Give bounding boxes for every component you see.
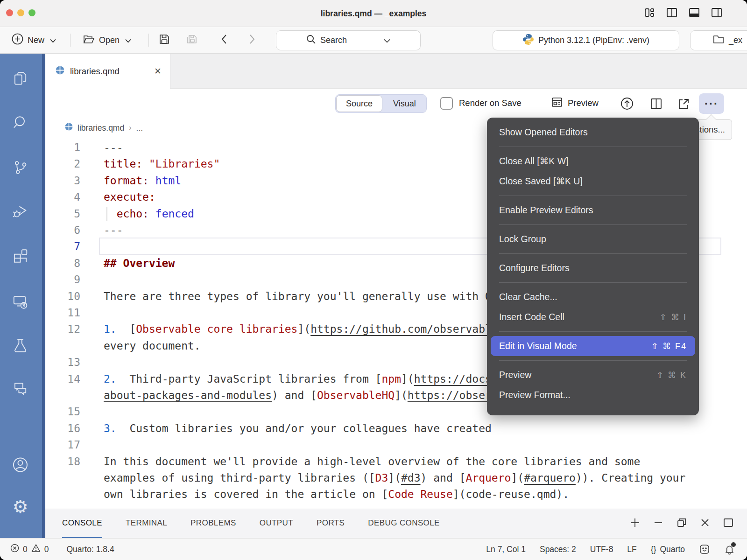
braces-icon: {} (651, 545, 656, 554)
workspace-folder-button[interactable]: _ex (690, 30, 747, 50)
new-button[interactable]: New (11, 27, 56, 53)
panel-layout-icon[interactable] (723, 517, 734, 530)
menu-separator (499, 147, 687, 147)
feedback-smiley-icon[interactable] (699, 544, 710, 555)
toggle-secondary-sidebar-icon[interactable] (711, 7, 723, 19)
quarto-version-status[interactable]: Quarto: 1.8.4 (66, 545, 114, 554)
folder-icon (712, 34, 725, 47)
extensions-icon[interactable] (12, 248, 29, 266)
remote-explorer-icon[interactable] (12, 294, 29, 312)
new-label: New (28, 35, 44, 45)
interpreter-selector[interactable]: Python 3.12.1 (PipEnv: .venv) (493, 30, 679, 50)
restore-panel-icon[interactable] (676, 517, 687, 530)
line-number: 18 (45, 453, 80, 470)
new-console-plus-icon[interactable] (629, 517, 641, 530)
panel-tab-terminal[interactable]: TERMINAL (126, 509, 167, 539)
toggle-panel-icon[interactable] (688, 7, 700, 19)
line-number: 17 (45, 436, 80, 453)
settings-gear-icon[interactable]: ⚙ (13, 498, 28, 516)
source-mode-button[interactable]: Source (336, 95, 382, 112)
close-tab-icon[interactable]: ✕ (154, 66, 162, 77)
render-document-button[interactable] (618, 94, 636, 113)
menu-separator (499, 196, 687, 196)
line-number: 11 (45, 304, 80, 321)
accounts-icon[interactable] (11, 456, 29, 476)
menu-item-preview[interactable]: Preview⇧ ⌘ K (487, 365, 699, 385)
navigate-forward-button[interactable] (248, 27, 256, 53)
comments-icon[interactable] (12, 380, 29, 399)
close-panel-icon[interactable] (699, 517, 711, 530)
code-line-text: In this document we'll provide a high-le… (104, 453, 640, 470)
menu-item-label: Close All [⌘K W] (499, 156, 568, 167)
indentation-status[interactable]: Spaces: 2 (540, 545, 576, 554)
source-control-icon[interactable] (12, 159, 29, 178)
menu-item-enable-preview-editors[interactable]: Enable Preview Editors (487, 200, 699, 220)
line-number: 16 (45, 420, 80, 437)
problems-status[interactable]: 0 0 (10, 544, 49, 555)
menu-item-close-saved-k-u[interactable]: Close Saved [⌘K U] (487, 171, 699, 191)
navigate-back-button[interactable] (220, 27, 228, 53)
code-line: 17 (45, 436, 747, 453)
open-in-new-window-button[interactable] (674, 94, 693, 113)
title-bar: libraries.qmd — _examples (0, 0, 747, 27)
error-circle-icon (10, 544, 19, 555)
notifications-bell-icon[interactable] (724, 544, 735, 555)
minimize-panel-icon[interactable] (653, 517, 664, 530)
panel-actions (629, 509, 734, 538)
search-icon[interactable] (12, 114, 29, 133)
panel-tab-ports[interactable]: PORTS (317, 509, 345, 539)
run-debug-icon[interactable] (12, 203, 29, 222)
line-number: 14 (45, 371, 80, 387)
save-button[interactable] (158, 27, 171, 53)
interpreter-label: Python 3.12.1 (PipEnv: .venv) (538, 35, 649, 45)
search-box[interactable]: Search (276, 30, 421, 50)
menu-separator (499, 224, 687, 225)
save-all-button[interactable] (185, 27, 199, 53)
panel-tab-debug-console[interactable]: DEBUG CONSOLE (368, 509, 440, 539)
panel-tab-console[interactable]: CONSOLE (62, 509, 102, 539)
testing-icon[interactable] (12, 337, 29, 356)
panel-tab-problems[interactable]: PROBLEMS (190, 509, 236, 539)
encoding-status[interactable]: UTF-8 (590, 545, 613, 554)
panel-tab-output[interactable]: OUTPUT (260, 509, 293, 539)
tab-strip: libraries.qmd ✕ (45, 54, 747, 89)
menu-item-edit-in-visual-mode[interactable]: Edit in Visual Mode⇧ ⌘ F4 (491, 336, 695, 356)
language-mode-status[interactable]: {} Quarto (651, 545, 685, 554)
split-editor-layout-icon[interactable] (666, 7, 678, 19)
render-on-save-checkbox[interactable] (440, 97, 453, 110)
menu-item-configure-editors[interactable]: Configure Editors (487, 258, 699, 278)
cursor-position-status[interactable]: Ln 7, Col 1 (486, 545, 526, 554)
customize-layout-icon[interactable] (643, 7, 655, 19)
menu-item-clear-cache[interactable]: Clear Cache... (487, 287, 699, 307)
breadcrumb-file[interactable]: libraries.qmd (78, 123, 124, 133)
preview-button[interactable]: Preview (551, 89, 599, 118)
explorer-icon[interactable] (12, 70, 29, 89)
menu-item-show-opened-editors[interactable]: Show Opened Editors (487, 122, 699, 142)
eol-status[interactable]: LF (627, 545, 636, 554)
visual-mode-button[interactable]: Visual (383, 99, 426, 109)
menu-item-close-all-k-w[interactable]: Close All [⌘K W] (487, 151, 699, 171)
breadcrumb-section[interactable]: ... (136, 123, 143, 133)
menu-separator (499, 253, 687, 254)
open-button[interactable]: Open (82, 27, 131, 53)
line-number: 15 (45, 403, 80, 420)
editor-action-bar: Source Visual Render on Save Preview ··· (45, 89, 747, 118)
menu-item-lock-group[interactable]: Lock Group (487, 229, 699, 249)
code-line-text: echo: fenced (104, 205, 194, 222)
menu-item-label: Enable Preview Editors (499, 205, 593, 216)
menu-separator (499, 331, 687, 332)
preview-icon (551, 96, 563, 111)
tab-libraries-qmd[interactable]: libraries.qmd ✕ (45, 54, 170, 89)
more-actions-button[interactable]: ··· (699, 93, 724, 114)
code-line-text: --- (104, 222, 123, 238)
menu-item-insert-code-cell[interactable]: Insert Code Cell⇧ ⌘ I (487, 307, 699, 327)
code-line: 163. Custom libraries you and/or your co… (45, 420, 747, 437)
error-count: 0 (23, 545, 28, 554)
code-line-text: execute: (104, 189, 155, 205)
line-number: 3 (45, 172, 80, 189)
code-line-text: ## Overview (104, 255, 175, 272)
top-toolbar: New Open Search Python 3.12.1 (P (0, 27, 747, 54)
code-line-text: --- (104, 139, 123, 156)
menu-item-preview-format[interactable]: Preview Format... (487, 385, 699, 405)
split-editor-button[interactable] (647, 94, 665, 113)
